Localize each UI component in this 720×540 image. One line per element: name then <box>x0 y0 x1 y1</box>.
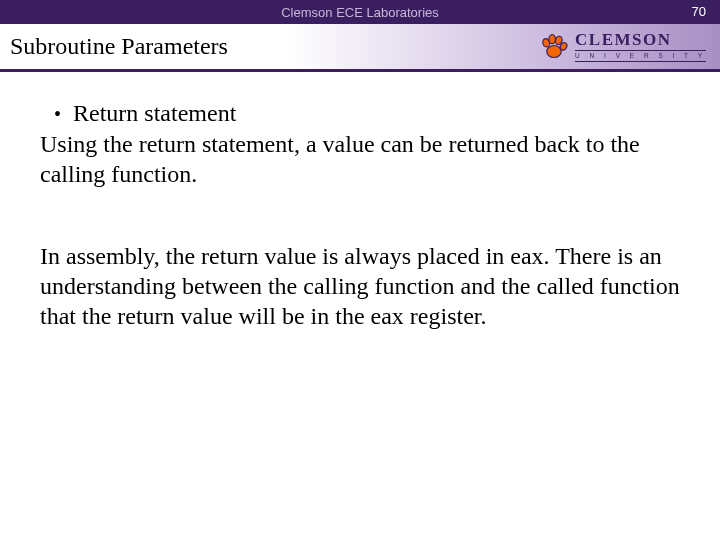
lab-label: Clemson ECE Laboratories <box>281 5 439 20</box>
slide-title: Subroutine Parameters <box>10 33 228 60</box>
title-bar: Subroutine Parameters CLEMSON U N I V E … <box>0 24 720 72</box>
brand-logo: CLEMSON U N I V E R S I T Y <box>539 31 706 62</box>
svg-point-0 <box>547 45 561 57</box>
brand-text: CLEMSON U N I V E R S I T Y <box>575 31 706 62</box>
paragraph-2: In assembly, the return value is always … <box>40 241 680 331</box>
brand-name: CLEMSON <box>575 31 706 48</box>
brand-sub: U N I V E R S I T Y <box>575 50 706 62</box>
bullet-item: • Return statement <box>54 100 680 127</box>
paragraph-1: Using the return statement, a value can … <box>40 129 680 189</box>
content-area: • Return statement Using the return stat… <box>0 72 720 331</box>
page-number: 70 <box>692 4 706 19</box>
paw-icon <box>539 32 569 62</box>
bullet-text: Return statement <box>73 100 236 127</box>
bullet-dot: • <box>54 102 61 126</box>
svg-point-2 <box>549 34 556 43</box>
top-bar: Clemson ECE Laboratories 70 <box>0 0 720 24</box>
